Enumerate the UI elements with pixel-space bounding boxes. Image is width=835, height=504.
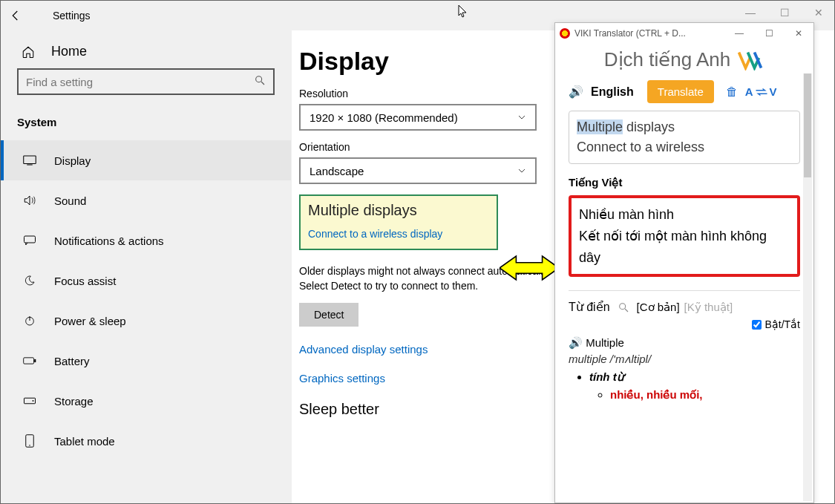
toggle-checkbox[interactable] [752, 320, 762, 330]
dict-tabs: [Cơ bản] [Kỹ thuật] [637, 301, 733, 314]
output-line2: Kết nối tới một màn hình không dây [579, 226, 790, 269]
source-text-box[interactable]: Multiple displays Connect to a wireless [569, 111, 800, 164]
svg-rect-2 [24, 156, 36, 164]
nav-list: Display Sound Notifications & actions Fo… [1, 134, 291, 461]
viki-maximize-button[interactable]: ☐ [754, 23, 784, 44]
search-wrap [1, 68, 291, 102]
sidebar-item-notifications[interactable]: Notifications & actions [1, 220, 291, 261]
sidebar-item-label: Sound [54, 194, 86, 207]
svg-point-12 [29, 445, 30, 446]
english-label: English [591, 85, 634, 99]
moon-icon [23, 274, 36, 287]
selected-text: Multiple [577, 120, 623, 134]
chevron-down-icon [517, 113, 526, 122]
dictionary-header: Từ điển [Cơ bản] [Kỹ thuật] [569, 290, 800, 314]
arrow-left-icon [9, 9, 22, 22]
speaker-icon[interactable]: 🔊 [569, 85, 583, 99]
home-icon [22, 45, 35, 59]
settings-title: Settings [53, 10, 91, 22]
orientation-value: Landscape [310, 165, 364, 177]
output-line1: Nhiều màn hình [579, 204, 790, 226]
sidebar-item-sound[interactable]: Sound [1, 180, 291, 220]
section-label: System [1, 102, 291, 134]
sidebar-item-label: Storage [54, 395, 94, 408]
sidebar-item-label: Battery [54, 355, 90, 367]
power-icon [23, 314, 36, 327]
settings-sidebar: Home System Display Sound [1, 30, 292, 504]
speaker-small-icon[interactable]: 🔊 [569, 336, 583, 349]
trash-icon[interactable]: 🗑 [726, 85, 738, 99]
viki-titlebar: VIKI Translator (CTRL + D... — ☐ ✕ [555, 23, 813, 44]
tab-basic[interactable]: [Cơ bản] [637, 301, 680, 314]
translation-output: Nhiều màn hình Kết nối tới một màn hình … [569, 195, 800, 277]
tab-tech[interactable]: [Kỹ thuật] [684, 301, 733, 314]
viki-window: VIKI Translator (CTRL + D... — ☐ ✕ Dịch … [554, 22, 814, 503]
toggle-row: Bật/Tắt [569, 318, 800, 330]
multiple-displays-highlight: Multiple displays Connect to a wireless … [299, 194, 498, 250]
sidebar-item-label: Display [54, 154, 91, 167]
dict-word: Multiple [586, 336, 624, 349]
tablet-icon [23, 434, 36, 448]
input-line2: Connect to a wireless [577, 140, 704, 154]
connect-wireless-link[interactable]: Connect to a wireless display [308, 228, 442, 240]
viki-scrollbar[interactable] [803, 73, 812, 501]
viki-logo-icon [738, 50, 764, 71]
maximize-button[interactable]: ☐ [767, 1, 802, 24]
dict-label: Từ điển [569, 300, 610, 314]
sidebar-item-label: Notifications & actions [54, 235, 164, 247]
multiple-displays-heading: Multiple displays [308, 202, 489, 219]
viki-header-title: Dịch tiếng Anh [604, 48, 730, 71]
input-line1-rest: displays [623, 120, 675, 134]
sidebar-item-label: Tablet mode [54, 435, 115, 448]
older-displays-desc: Older displays might not always connect … [299, 264, 551, 294]
storage-icon [23, 394, 36, 408]
chat-icon [23, 234, 36, 247]
sidebar-item-power[interactable]: Power & sleep [1, 301, 291, 341]
svg-point-10 [33, 400, 34, 402]
close-button[interactable]: ✕ [802, 1, 835, 24]
detect-button[interactable]: Detect [299, 303, 358, 327]
meaning: nhiều, nhiều mối, [610, 388, 703, 401]
swap-languages-button[interactable]: A V [745, 85, 777, 98]
viki-caption-buttons: — ☐ ✕ [724, 23, 813, 44]
pronunciation: multiple /'mʌltipl/ [569, 353, 800, 366]
viki-body: Dịch tiếng Anh 🔊 English Translate 🗑 A V… [555, 44, 813, 503]
home-link[interactable]: Home [1, 35, 291, 68]
magnifier-icon[interactable] [618, 301, 629, 313]
translate-button[interactable]: Translate [647, 80, 714, 103]
svg-rect-4 [24, 236, 36, 243]
svg-rect-8 [34, 359, 36, 362]
sidebar-item-label: Power & sleep [54, 315, 126, 327]
svg-point-0 [256, 76, 262, 82]
sidebar-item-tablet[interactable]: Tablet mode [1, 421, 291, 461]
viki-app-icon [560, 28, 570, 39]
resolution-value: 1920 × 1080 (Recommended) [310, 111, 458, 124]
viki-toolbar: 🔊 English Translate 🗑 A V [569, 80, 800, 103]
window-caption-buttons: — ☐ ✕ [733, 1, 835, 24]
sidebar-item-display[interactable]: Display [1, 140, 291, 180]
battery-icon [23, 354, 36, 367]
search-input[interactable] [17, 68, 275, 95]
viki-minimize-button[interactable]: — [724, 23, 754, 44]
viki-close-button[interactable]: ✕ [784, 23, 813, 44]
svg-line-1 [261, 82, 264, 85]
viki-scroll-thumb[interactable] [804, 73, 811, 177]
display-icon [23, 154, 36, 167]
minimize-button[interactable]: — [733, 1, 767, 24]
back-button[interactable] [1, 1, 30, 30]
dictionary-body: 🔊 Multiple multiple /'mʌltipl/ tính từ n… [569, 330, 800, 402]
sidebar-item-label: Focus assist [54, 275, 116, 287]
chevron-down-icon [517, 166, 526, 175]
search-icon [254, 74, 266, 86]
orientation-select[interactable]: Landscape [299, 157, 537, 184]
viki-window-title: VIKI Translator (CTRL + D... [574, 28, 686, 39]
home-label: Home [51, 44, 87, 59]
viki-header: Dịch tiếng Anh [569, 48, 800, 71]
svg-line-15 [625, 309, 628, 312]
resolution-select[interactable]: 1920 × 1080 (Recommended) [299, 104, 537, 131]
target-lang-label: Tiếng Việt [569, 176, 800, 189]
sidebar-item-focus[interactable]: Focus assist [1, 261, 291, 301]
sidebar-item-storage[interactable]: Storage [1, 381, 291, 421]
toggle-label: Bật/Tắt [764, 318, 800, 330]
sidebar-item-battery[interactable]: Battery [1, 341, 291, 381]
